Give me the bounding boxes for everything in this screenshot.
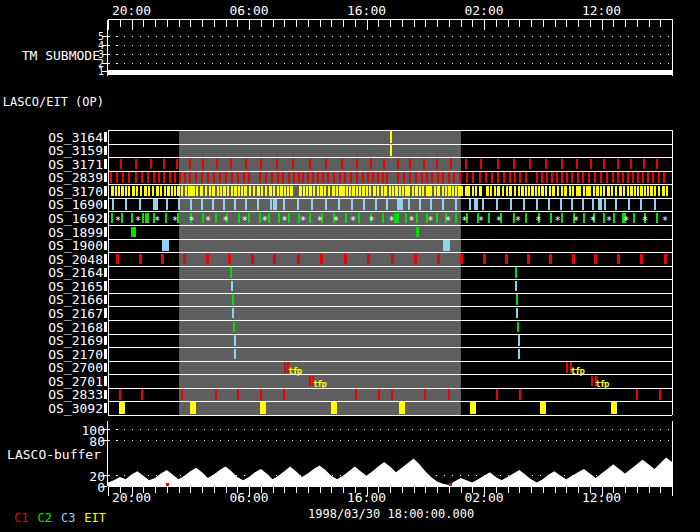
event-tick — [479, 172, 481, 183]
hour-tick — [331, 487, 332, 493]
event-tick — [448, 389, 450, 400]
event-tick — [373, 186, 376, 197]
event-tick — [525, 186, 527, 197]
event-tick — [421, 172, 423, 183]
hour-tick — [261, 20, 262, 27]
event-tick — [112, 199, 114, 210]
event-tick — [386, 199, 388, 210]
event-tick — [309, 186, 312, 197]
event-tick — [153, 199, 155, 210]
event-tick — [237, 389, 239, 400]
event-tick — [311, 199, 313, 210]
row-line — [108, 144, 672, 145]
hour-tick — [343, 20, 344, 27]
event-tick — [566, 172, 568, 183]
hour-tick — [649, 487, 650, 493]
event-tick — [209, 186, 211, 197]
event-tick — [265, 172, 267, 183]
event-tick — [169, 172, 171, 183]
event-tick — [119, 389, 121, 400]
row-axis-tick — [104, 132, 107, 142]
hour-tick — [555, 487, 556, 493]
event-tick — [395, 186, 398, 197]
asterisk-marker: * — [642, 215, 651, 229]
tm-submode-label: TM SUBMODE — [0, 48, 100, 63]
event-tick — [202, 159, 204, 170]
hour-tick — [308, 487, 309, 493]
event-tick — [320, 186, 323, 197]
asterisk-marker: * — [590, 215, 599, 229]
hour-tick — [449, 487, 450, 493]
event-tick — [505, 254, 508, 265]
event-tick — [212, 199, 214, 210]
event-tick — [640, 254, 643, 265]
hour-tick — [390, 20, 391, 27]
event-tick — [339, 172, 341, 183]
hour-tick — [167, 20, 168, 27]
row-line — [108, 171, 672, 172]
event-tick — [600, 172, 602, 183]
event-tick — [192, 186, 194, 197]
event-tick — [231, 172, 233, 183]
event-tick — [583, 186, 585, 197]
event-tick — [231, 186, 233, 197]
event-tick — [303, 186, 305, 197]
hour-tick — [414, 487, 415, 493]
event-tick — [290, 186, 293, 197]
hour-tick — [578, 20, 579, 27]
event-tick — [309, 213, 311, 224]
tm-level-label: 1 — [94, 66, 104, 80]
event-tick — [185, 186, 187, 197]
event-tick — [592, 199, 594, 210]
asterisk-marker: * — [172, 215, 181, 229]
asterisk-marker: * — [189, 215, 198, 229]
event-tick — [535, 186, 537, 197]
event-tick — [230, 159, 232, 170]
event-tick — [260, 389, 262, 400]
hour-tick — [202, 487, 203, 493]
event-tick — [276, 159, 278, 170]
event-tick — [650, 186, 653, 197]
event-tick — [207, 172, 209, 183]
row-line — [108, 130, 672, 131]
asterisk-marker: * — [388, 215, 397, 229]
event-tick — [324, 186, 326, 197]
event-tick — [223, 199, 225, 210]
event-tick — [188, 186, 191, 197]
event-tick — [480, 159, 482, 170]
event-tick — [270, 199, 272, 210]
event-tick — [465, 159, 467, 170]
event-tick — [408, 186, 410, 197]
event-tick — [469, 199, 471, 210]
event-tick — [178, 199, 180, 210]
event-tick — [423, 159, 425, 170]
event-tick — [332, 186, 335, 197]
event-tick — [397, 159, 399, 170]
event-tick — [125, 186, 127, 197]
time-label-top: 16:00 — [337, 3, 397, 20]
event-tick — [165, 213, 167, 224]
event-tick — [494, 186, 496, 197]
event-tick — [116, 172, 118, 183]
hour-tick — [284, 487, 285, 493]
asterisk-marker: * — [428, 215, 437, 229]
row-label-os_1900: OS_1900 — [0, 239, 103, 253]
event-tick — [282, 172, 284, 183]
event-tick — [551, 172, 553, 183]
event-tick — [163, 159, 165, 170]
event-tick — [658, 172, 660, 183]
event-tick — [637, 172, 639, 183]
time-label-top: 12:00 — [572, 3, 632, 20]
event-tick — [391, 254, 394, 265]
event-tick — [196, 186, 198, 197]
event-tick — [121, 186, 124, 197]
hour-tick — [320, 20, 321, 27]
event-tick — [455, 199, 457, 210]
event-tick — [351, 199, 353, 210]
event-tick — [506, 186, 508, 197]
asterisk-marker: * — [223, 215, 232, 229]
row-line — [108, 157, 672, 158]
event-tick — [561, 172, 563, 183]
event-tick — [384, 186, 387, 197]
row-axis-tick — [104, 403, 107, 413]
